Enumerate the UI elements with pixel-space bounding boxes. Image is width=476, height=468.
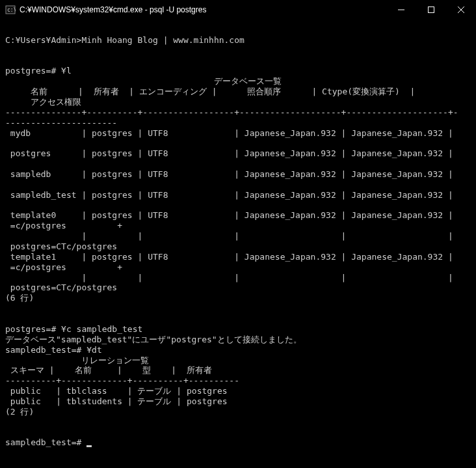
- rel-list-header: スキーマ | 名前 | 型 | 所有者: [5, 365, 212, 375]
- window-titlebar: c:\ C:¥WINDOWS¥system32¥cmd.exe - psql -…: [0, 0, 476, 20]
- close-button[interactable]: [446, 0, 476, 20]
- cursor: [86, 445, 92, 447]
- db-row: template0 | postgres | UTF8 | Japanese_J…: [5, 210, 453, 220]
- db-row: postgres=CTc/postgres: [5, 282, 117, 292]
- db-row: =c/postgres +: [5, 262, 122, 272]
- db-row: postgres | postgres | UTF8 | Japanese_Ja…: [5, 148, 453, 158]
- db-row: sampledb | postgres | UTF8 | Japanese_Ja…: [5, 169, 453, 179]
- rel-list-footer: (2 行): [5, 407, 34, 417]
- psql-final-prompt: sampledb_test=#: [5, 437, 86, 447]
- terminal-output[interactable]: C:¥Users¥Admin>Minh Hoang Blog | www.min…: [0, 20, 476, 453]
- svg-text:c:\: c:\: [7, 7, 16, 13]
- rel-list-sep: ----------+-------------+----------+----…: [5, 376, 239, 385]
- rel-list-heading: リレーション一覧: [5, 355, 149, 365]
- db-list-sep: ---------------+----------+-------------…: [5, 107, 458, 117]
- db-row: mydb | postgres | UTF8 | Japanese_Japan.…: [5, 128, 453, 138]
- db-row: postgres=CTc/postgres: [5, 241, 117, 251]
- db-row: | | | | |: [5, 273, 453, 282]
- db-list-footer: (6 行): [5, 293, 34, 303]
- psql-list-cmd: postgres=# ¥l: [5, 66, 72, 76]
- rel-row: public | tblstudents | テーブル | postgres: [5, 396, 228, 406]
- db-row: | | | | |: [5, 231, 453, 241]
- psql-connect-cmd: postgres=# ¥c sampledb_test: [5, 324, 142, 334]
- db-row: =c/postgres +: [5, 221, 122, 230]
- db-row: sampledb_test | postgres | UTF8 | Japane…: [5, 190, 453, 200]
- maximize-button[interactable]: [416, 0, 446, 20]
- minimize-button[interactable]: [386, 0, 416, 20]
- db-list-sep2: ----------------------: [5, 118, 117, 128]
- shell-prompt-line: C:¥Users¥Admin>Minh Hoang Blog | www.min…: [5, 35, 245, 45]
- db-list-header2: アクセス権限: [5, 97, 81, 107]
- svg-rect-3: [429, 7, 434, 13]
- window-title: C:¥WINDOWS¥system32¥cmd.exe - psql -U po…: [20, 5, 206, 14]
- db-list-heading: データベース一覧: [5, 76, 282, 86]
- rel-row: public | tblclass | テーブル | postgres: [5, 386, 228, 396]
- window-controls: [386, 0, 476, 20]
- psql-dt-cmd: sampledb_test=# ¥dt: [5, 345, 102, 355]
- db-row: template1 | postgres | UTF8 | Japanese_J…: [5, 252, 453, 262]
- titlebar-left: c:\ C:¥WINDOWS¥system32¥cmd.exe - psql -…: [5, 5, 206, 15]
- cmd-icon: c:\: [5, 5, 16, 15]
- psql-connect-msg: データベース"sampledb_test"にユーザ"postgres"として接続…: [5, 335, 302, 344]
- db-list-header1: 名前 | 所有者 | エンコーディング | 照合順序 | Ctype(変換演算子…: [5, 87, 415, 96]
